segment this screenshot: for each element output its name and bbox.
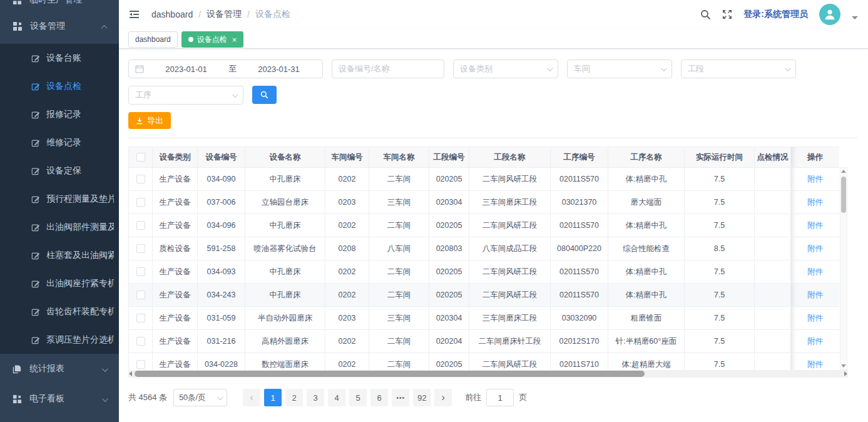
cell-device-name: 高精外圆磨床: [245, 330, 325, 353]
horizontal-scroll-thumb[interactable]: [135, 371, 645, 377]
breadcrumb-item-dashboard[interactable]: dashboard: [151, 9, 193, 19]
cell-process-code: 03021370: [551, 191, 608, 214]
sidebar-item-eboard[interactable]: 电子看板: [0, 384, 119, 414]
page-size-value: 50条/页: [179, 393, 205, 403]
scroll-down-icon[interactable]: [841, 364, 846, 368]
attachment-link[interactable]: 附件: [807, 337, 823, 346]
row-checkbox[interactable]: [136, 175, 145, 183]
row-checkbox[interactable]: [136, 337, 145, 346]
select-placeholder: 工段: [688, 63, 704, 75]
cell-device-category: 生产设备: [153, 307, 198, 330]
process-select[interactable]: 工序: [128, 86, 243, 105]
fullscreen-icon[interactable]: [722, 9, 732, 19]
sidebar-collapse-icon[interactable]: [129, 9, 140, 19]
sidebar-submenu-item[interactable]: 齿轮齿杆装配专机: [0, 297, 119, 326]
page-button-4[interactable]: 4: [328, 389, 345, 406]
page-ellipsis[interactable]: •••: [392, 389, 409, 406]
cell-device-name: 中孔磨床: [245, 168, 325, 191]
scroll-left-icon[interactable]: [129, 371, 132, 376]
row-checkbox[interactable]: [136, 244, 145, 253]
workshop-select[interactable]: 车间: [567, 59, 672, 78]
horizontal-scrollbar[interactable]: [128, 370, 848, 378]
sidebar-item-equipment-management[interactable]: 设备管理: [0, 9, 119, 44]
attachment-link[interactable]: 附件: [807, 314, 823, 322]
prev-page-button[interactable]: ‹: [243, 389, 260, 406]
page-button-2[interactable]: 2: [285, 389, 303, 406]
sidebar-submenu-item[interactable]: 设备台账: [0, 44, 119, 72]
cell-device-name: 半自动外园磨床: [245, 307, 325, 330]
goto-page-input[interactable]: 1: [486, 389, 514, 406]
export-button[interactable]: 导出: [128, 112, 171, 129]
attachment-link[interactable]: 附件: [807, 291, 823, 299]
date-end-value[interactable]: 2023-01-31: [242, 64, 316, 74]
device-search-input[interactable]: 设备编号/名称: [332, 59, 444, 78]
avatar[interactable]: [819, 4, 840, 25]
sidebar-submenu-item[interactable]: 出油阀座拧紧专机: [0, 269, 119, 297]
cell-workshop-name: 二车间: [369, 353, 429, 371]
cell-section-code: 020304: [429, 307, 469, 330]
table-row: 生产设备 034-093 中孔磨床 0202 二车间 020205 二车间风研工…: [129, 260, 840, 284]
column-header: 设备编号: [198, 147, 245, 168]
attachment-link[interactable]: 附件: [807, 221, 823, 230]
row-checkbox[interactable]: [136, 198, 145, 207]
attachment-link[interactable]: 附件: [807, 244, 823, 253]
sidebar-submenu-item[interactable]: 维修记录: [0, 128, 119, 157]
chevron-down-icon[interactable]: [852, 16, 858, 19]
sidebar-submenu-item[interactable]: 预行程测量及垫片选配: [0, 185, 119, 213]
edit-icon: [31, 138, 40, 147]
sidebar-submenu-item[interactable]: 设备点检: [0, 72, 119, 100]
sidebar-item-temp-production[interactable]: 临时生产管理: [0, 0, 119, 9]
cell-process-code: 080400P220: [551, 237, 608, 260]
date-range-picker[interactable]: 2023-01-01 至 2023-01-31: [128, 59, 323, 78]
page-button-1[interactable]: 1: [264, 389, 282, 406]
column-header: 工序名称: [608, 147, 685, 168]
row-checkbox[interactable]: [136, 314, 145, 322]
section-select[interactable]: 工段: [681, 59, 796, 78]
page-size-select[interactable]: 50条/页: [173, 389, 227, 406]
page-button-3[interactable]: 3: [307, 389, 324, 406]
scroll-up-icon[interactable]: [841, 170, 846, 173]
cell-actions: 附件: [791, 191, 840, 214]
cell-inspection-status: [755, 284, 791, 307]
sidebar-item-statistics[interactable]: 统计报表: [0, 354, 119, 384]
cell-workshop-name: 三车间: [369, 307, 429, 330]
next-page-button[interactable]: ›: [434, 389, 452, 406]
row-checkbox[interactable]: [136, 291, 145, 299]
sidebar-submenu-item[interactable]: 设备定保: [0, 157, 119, 185]
cell-actions: 附件: [791, 353, 840, 371]
select-all-checkbox[interactable]: [136, 153, 145, 162]
total-count-label: 共 4564 条: [128, 392, 167, 403]
cell-inspection-status: [755, 330, 791, 353]
row-checkbox[interactable]: [136, 221, 145, 230]
device-category-select[interactable]: 设备类别: [453, 59, 558, 78]
sidebar-submenu-item[interactable]: 柱塞套及出油阀紧座预选: [0, 241, 119, 269]
vertical-scroll-thumb[interactable]: [841, 177, 846, 213]
table-row: 生产设备 031-216 高精外圆磨床 0202 二车间 020204 二车间磨…: [129, 330, 840, 353]
page-button-5[interactable]: 5: [349, 389, 367, 406]
breadcrumb-item-equipment[interactable]: 设备管理: [207, 9, 242, 20]
sidebar-submenu-item[interactable]: 泵调压垫片分选机: [0, 326, 119, 354]
attachment-link[interactable]: 附件: [807, 360, 823, 369]
sidebar-submenu-item[interactable]: 出油阀部件测量及垫片选配: [0, 213, 119, 241]
attachment-link[interactable]: 附件: [807, 198, 823, 207]
attachment-link[interactable]: 附件: [807, 267, 823, 276]
cell-section-code: 020205: [429, 168, 469, 191]
search-icon[interactable]: [700, 9, 711, 20]
sidebar-submenu-item[interactable]: 报修记录: [0, 100, 119, 128]
page-button-92[interactable]: 92: [413, 389, 431, 406]
attachment-link[interactable]: 附件: [807, 175, 823, 183]
page-button-6[interactable]: 6: [370, 389, 388, 406]
cell-runtime: 7.5: [685, 168, 755, 191]
date-start-value[interactable]: 2023-01-01: [149, 64, 223, 74]
tab-close-icon[interactable]: ×: [232, 36, 237, 44]
row-checkbox[interactable]: [136, 360, 145, 369]
vertical-scrollbar[interactable]: [839, 147, 848, 370]
cell-device-category: 生产设备: [153, 353, 198, 371]
scroll-right-icon[interactable]: [844, 371, 847, 376]
cell-process-name: 体:超精磨大端: [608, 353, 685, 371]
row-checkbox[interactable]: [136, 267, 145, 276]
search-button[interactable]: [252, 86, 277, 104]
tab-dashboard[interactable]: dashboard: [128, 31, 178, 48]
cell-actions: 附件: [791, 260, 840, 284]
tab-device-inspection[interactable]: 设备点检 ×: [181, 31, 244, 48]
